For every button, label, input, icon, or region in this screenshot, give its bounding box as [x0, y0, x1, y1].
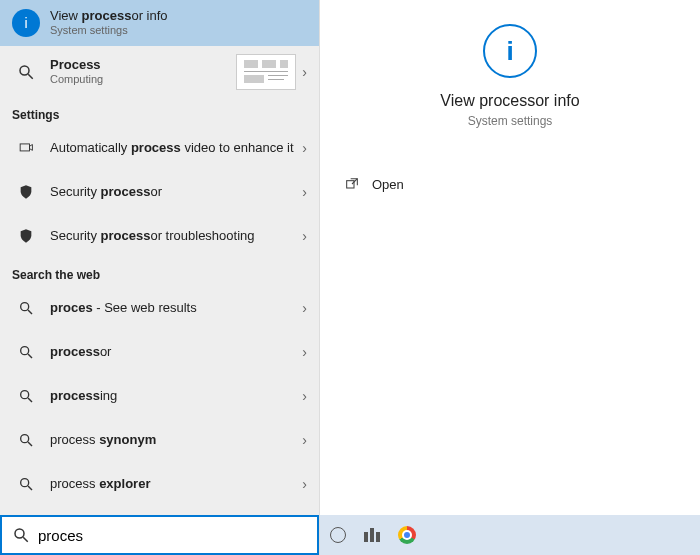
- web-item[interactable]: processing›: [0, 374, 319, 418]
- search-icon: [12, 526, 30, 544]
- search-box[interactable]: [0, 515, 319, 555]
- chevron-right-icon: ›: [302, 388, 307, 404]
- svg-line-29: [352, 179, 357, 184]
- svg-line-17: [28, 398, 32, 402]
- chevron-right-icon: ›: [302, 432, 307, 448]
- svg-point-18: [21, 435, 29, 443]
- preview-subtitle: System settings: [320, 114, 700, 128]
- svg-point-26: [15, 529, 24, 538]
- preview-title: View processor info: [320, 92, 700, 110]
- svg-rect-9: [268, 79, 284, 80]
- svg-rect-4: [262, 60, 276, 68]
- svg-point-20: [21, 479, 29, 487]
- result-top[interactable]: i View processor info System settings: [0, 0, 319, 46]
- svg-rect-6: [244, 71, 288, 72]
- svg-rect-28: [347, 181, 354, 188]
- open-button[interactable]: Open: [344, 176, 700, 192]
- svg-line-21: [28, 486, 32, 490]
- svg-point-16: [21, 391, 29, 399]
- svg-point-12: [21, 303, 29, 311]
- search-icon: [12, 432, 40, 448]
- preview-panel: i View processor info System settings Op…: [320, 0, 700, 555]
- svg-point-0: [20, 66, 29, 75]
- shield-icon: [12, 228, 40, 244]
- search-results-panel: i View processor info System settings Pr…: [0, 0, 320, 555]
- svg-line-27: [23, 537, 28, 542]
- settings-item[interactable]: Security processor troubleshooting›: [0, 214, 319, 258]
- chevron-right-icon: ›: [302, 140, 307, 156]
- chevron-right-icon: ›: [302, 64, 307, 80]
- svg-rect-5: [280, 60, 288, 68]
- web-item[interactable]: process lasso›: [0, 506, 319, 515]
- web-item[interactable]: process explorer›: [0, 462, 319, 506]
- chevron-right-icon: ›: [302, 300, 307, 316]
- open-icon: [344, 176, 360, 192]
- info-icon: i: [483, 24, 537, 78]
- settings-item[interactable]: Security processor›: [0, 170, 319, 214]
- web-item[interactable]: processor›: [0, 330, 319, 374]
- svg-line-15: [28, 354, 32, 358]
- web-item[interactable]: process synonym›: [0, 418, 319, 462]
- svg-rect-10: [20, 144, 29, 151]
- chevron-right-icon: ›: [302, 184, 307, 200]
- svg-rect-7: [244, 75, 264, 83]
- svg-point-14: [21, 347, 29, 355]
- result-process[interactable]: Process Computing ›: [0, 46, 319, 98]
- video-icon: [12, 141, 40, 155]
- chevron-right-icon: ›: [302, 344, 307, 360]
- settings-item[interactable]: Automatically process video to enhance i…: [0, 126, 319, 170]
- section-settings: Settings: [0, 98, 319, 126]
- svg-line-13: [28, 310, 32, 314]
- search-icon: [12, 63, 40, 81]
- svg-rect-3: [244, 60, 258, 68]
- svg-line-19: [28, 442, 32, 446]
- search-icon: [12, 476, 40, 492]
- taskbar: [320, 515, 700, 555]
- chevron-right-icon: ›: [302, 476, 307, 492]
- svg-rect-8: [268, 75, 288, 76]
- search-icon: [12, 344, 40, 360]
- wiki-thumbnail: [236, 54, 296, 90]
- shield-icon: [12, 184, 40, 200]
- svg-line-1: [28, 74, 33, 79]
- search-input[interactable]: [38, 527, 307, 544]
- section-web: Search the web: [0, 258, 319, 286]
- cortana-icon[interactable]: [330, 527, 346, 543]
- info-icon: i: [12, 9, 40, 37]
- task-view-icon[interactable]: [364, 528, 380, 542]
- web-item[interactable]: proces - See web results›: [0, 286, 319, 330]
- search-icon: [12, 300, 40, 316]
- chevron-right-icon: ›: [302, 228, 307, 244]
- chrome-icon[interactable]: [398, 526, 416, 544]
- search-icon: [12, 388, 40, 404]
